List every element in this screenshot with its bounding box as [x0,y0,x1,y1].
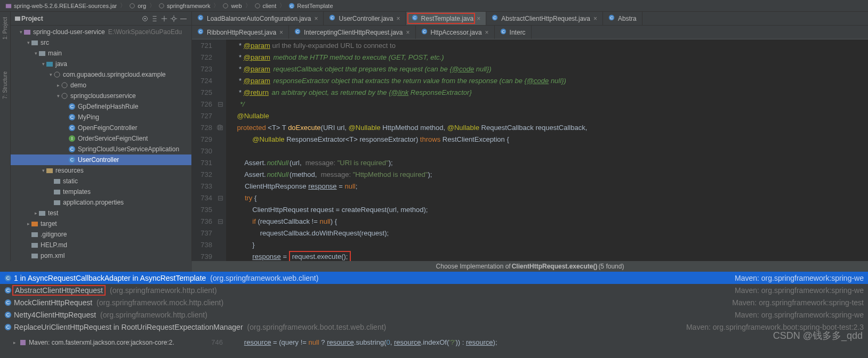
rail-label-project[interactable]: 1: Project [2,17,8,39]
breadcrumb-item[interactable]: springframework [156,3,212,9]
code-line[interactable]: @Nullable ResponseExtractor<T> responseE… [192,135,509,143]
tree-node[interactable]: ▾java [11,59,191,69]
svg-rect-31 [54,179,60,184]
tree-node[interactable]: IOrderServiceFeignClient [11,133,191,144]
breadcrumb-item[interactable]: org [127,3,148,9]
tree-node[interactable]: HELP.md [11,240,191,250]
rail-label-structure[interactable]: 7: Structure [2,71,8,99]
close-tab-icon[interactable]: × [485,29,489,36]
code-line[interactable]: try { [192,194,256,202]
breadcrumb-item[interactable]: CRestTemplate [286,3,335,9]
svg-text:C: C [70,147,74,152]
breadcrumb-item[interactable]: web [220,3,244,9]
project-pane-title[interactable]: Project [21,15,140,22]
code-line[interactable]: protected <T> T doExecute(URI url, @Null… [192,124,587,132]
svg-text:C: C [296,29,299,34]
tree-node[interactable]: COpenFeignController [11,123,191,133]
code-line[interactable]: * @return an arbitrary object, as return… [192,88,473,96]
breadcrumb-item[interactable]: client [252,3,279,9]
code-line[interactable]: requestCallback.doWithRequest(request); [192,229,389,237]
editor-tab[interactable]: CInterc [495,26,532,39]
close-tab-icon[interactable]: × [593,15,597,22]
svg-rect-13 [39,51,45,56]
class-icon: C [4,274,12,282]
tree-node[interactable]: ▾main [11,48,191,59]
tree-node[interactable]: ▾spring-cloud-user-serviceE:\WorkSpace\G… [11,27,191,37]
implementations-popup[interactable]: C1 in AsyncRequestCallbackAdapter in Asy… [0,272,868,336]
tree-node[interactable]: .gitignore [11,229,191,240]
tree-node[interactable]: ▾src [11,37,191,48]
code-line[interactable]: Assert.notNull(url, message: "URI is req… [192,159,393,167]
java-class-icon: C [197,28,204,36]
code-line[interactable]: ClientHttpRequest request = createReques… [192,206,428,214]
tree-node[interactable]: ▾resources [11,165,191,176]
expand-all-icon[interactable] [150,14,159,23]
svg-text:C: C [493,15,496,20]
close-tab-icon[interactable]: × [279,29,283,36]
close-tab-icon[interactable]: × [406,29,410,36]
editor-tab[interactable]: CRestTemplate.java× [406,12,487,25]
gear-icon[interactable] [169,14,179,23]
code-line[interactable]: Assert.notNull(method, message: "HttpMet… [192,170,432,178]
project-icon [14,15,21,22]
code-line[interactable]: } [192,241,255,249]
tree-node[interactable]: ▸target [11,218,191,229]
editor-tab[interactable]: CRibbonHttpRequest.java× [192,26,289,39]
tree-node[interactable]: ▸demo [11,80,191,91]
implementation-option[interactable]: CNetty4ClientHttpRequest(org.springframe… [0,308,868,321]
tree-node[interactable]: static [11,176,191,186]
code-line[interactable]: * @param responseExtractor object that e… [192,77,567,85]
tree-node[interactable]: CSpringCloudUserServiceApplication [11,144,191,154]
code-line[interactable]: * @param requestCallback object that pre… [192,65,493,73]
code-line[interactable]: response = request.execute(); [192,253,351,261]
tree-node[interactable]: templates [11,186,191,197]
tree-node[interactable]: CGpDefineIpHashRule [11,101,191,112]
project-tree[interactable]: ▾spring-cloud-user-serviceE:\WorkSpace\G… [11,26,191,261]
tree-node[interactable]: ▾com.gupaoedu.springcloud.example [11,69,191,80]
code-line[interactable]: ClientHttpResponse response = null; [192,182,357,190]
tree-node[interactable]: ▾springclouduserservice [11,91,191,101]
java-class-icon: C [421,28,428,36]
code-line[interactable]: @Nullable [192,112,269,120]
svg-text:C: C [6,324,10,330]
svg-point-3 [223,3,228,8]
breadcrumb-item[interactable]: spring-web-5.2.6.RELEASE-sources.jar [3,3,119,9]
editor-tab[interactable]: CLoadBalancerAutoConfiguration.java× [192,12,324,25]
editor-tab[interactable]: CHttpAccessor.java× [416,26,495,39]
breadcrumb-bar: spring-web-5.2.6.RELEASE-sources.jar〉org… [0,0,868,12]
editor-tab[interactable]: CAbstra [603,12,642,25]
implementation-option[interactable]: C1 in AsyncRequestCallbackAdapter in Asy… [0,272,868,284]
close-tab-icon[interactable]: × [477,15,480,22]
tree-node[interactable]: CMyPing [11,112,191,123]
implementations-popup-title: Choose Implementation of ClientHttpReque… [192,261,868,272]
editor-tab[interactable]: CInterceptingClientHttpRequest.java× [289,26,415,39]
implementation-option[interactable]: CReplaceUriClientHttpRequest in RootUriR… [0,321,868,333]
tree-node[interactable]: pom.xml [11,250,191,261]
svg-rect-35 [31,222,38,226]
editor-tab[interactable]: CUserController.java× [324,12,406,25]
code-editor[interactable]: 721 * @param url the fully-expanded URL … [192,39,868,261]
svg-rect-34 [39,211,45,216]
editor-tab[interactable]: CAbstractClientHttpRequest.java× [486,12,603,25]
project-pane-header: Project — [11,12,191,26]
editor-tabs-row2: CRibbonHttpRequest.java×CInterceptingCli… [192,26,868,39]
code-line[interactable]: * @param method the HTTP method to execu… [192,53,445,61]
tree-node[interactable]: ▸test [11,208,191,218]
svg-point-17 [62,93,67,99]
code-line[interactable]: if (requestCallback != null) { [192,217,337,225]
hide-icon[interactable]: — [179,14,188,23]
code-line[interactable]: */ [192,100,246,108]
editor-area: CLoadBalancerAutoConfiguration.java×CUse… [192,12,868,261]
locate-icon[interactable] [140,14,150,23]
close-tab-icon[interactable]: × [397,15,400,22]
code-line[interactable]: * @param url the fully-expanded URL to c… [192,42,396,50]
implementation-option[interactable]: CMockClientHttpRequest(org.springframewo… [0,296,868,308]
tree-node[interactable]: application.properties [11,197,191,208]
collapse-all-icon[interactable] [159,14,169,23]
bottom-tree-peek[interactable]: ▸ Maven: com.fasterxml.jackson.core:jack… [12,339,174,346]
implementation-option[interactable]: CAbstractClientHttpRequest(org.springfra… [0,284,868,296]
close-tab-icon[interactable]: × [314,15,318,22]
tree-node[interactable]: CUserController [11,154,191,165]
svg-rect-38 [31,254,38,258]
svg-rect-36 [31,232,38,237]
